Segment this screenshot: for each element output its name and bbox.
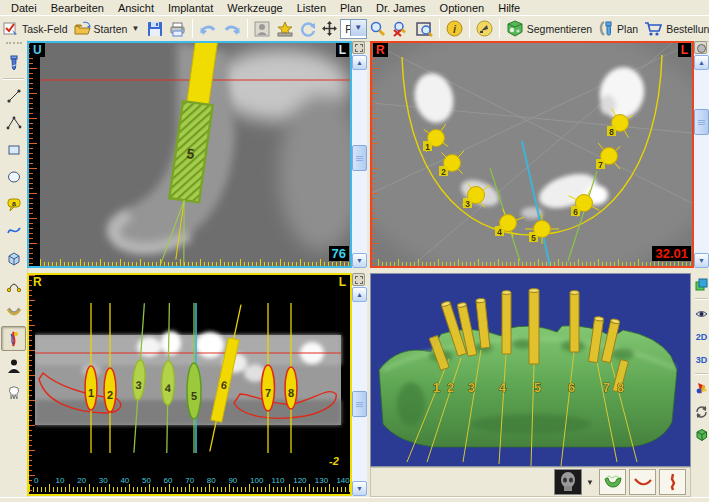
profile-curve-tool-button[interactable] [1, 218, 26, 243]
scroll-thumb[interactable] [352, 145, 367, 171]
ruler-number: 140 [336, 476, 349, 485]
menu-item-optionen[interactable]: Optionen [433, 2, 492, 14]
orientation-label-l: L [336, 275, 349, 289]
measure-line-tool-button[interactable] [1, 83, 26, 108]
svg-text:4: 4 [165, 382, 172, 394]
cube-3d-tool-button[interactable] [1, 245, 26, 270]
panoramic-scrollbar[interactable]: ▲ ▼ [352, 273, 367, 496]
jaw-surface-button[interactable] [599, 469, 626, 495]
view-2d-button[interactable]: 2D [693, 328, 709, 345]
menu-item-hilfe[interactable]: Hilfe [491, 2, 527, 14]
scroll-thumb[interactable] [694, 109, 709, 135]
volume-cube-button[interactable] [693, 426, 709, 443]
starten-button[interactable]: Starten▼ [71, 18, 145, 40]
menu-item-ansicht[interactable]: Ansicht [111, 2, 161, 14]
zoom-button[interactable] [367, 18, 389, 40]
jaw-tool-button[interactable] [1, 299, 26, 324]
bestellung-button[interactable]: Bestellung [641, 18, 709, 40]
cross-section-scrollbar[interactable]: ▲ ▼ [352, 41, 367, 268]
pan-button[interactable] [319, 18, 340, 40]
viewport-3d[interactable]: 12345678 [370, 273, 691, 467]
pano-curve-button[interactable] [629, 469, 656, 495]
undo-button[interactable] [196, 18, 220, 40]
axial-image: 12345678 [372, 43, 692, 266]
left-tool-palette: a [0, 40, 28, 502]
ruler-number: 20 [77, 476, 86, 485]
implant-tool-button[interactable] [1, 50, 26, 75]
scroll-up-icon[interactable]: ▲ [352, 55, 367, 70]
rectangle-tool-button[interactable] [1, 137, 26, 162]
menu-item-implantat[interactable]: Implantat [161, 2, 220, 14]
viewport-corner-icon[interactable] [694, 41, 707, 54]
zoom-region-button[interactable] [413, 18, 436, 40]
implant-3d-label-8: 8 [617, 380, 624, 395]
svg-text:7: 7 [265, 387, 271, 399]
scroll-down-icon[interactable]: ▼ [694, 253, 709, 268]
ellipse-tool-button[interactable] [1, 164, 26, 189]
menu-item-listen[interactable]: Listen [290, 2, 333, 14]
patient-photo-button[interactable] [251, 18, 273, 40]
menu-item-dr-james[interactable]: Dr. James [369, 2, 433, 14]
report-button[interactable] [473, 18, 496, 40]
arch-tool-button[interactable] [1, 272, 26, 297]
viewport-cross-section[interactable]: 5 U L 76 [27, 41, 352, 268]
chevron-down-icon[interactable]: ▼ [586, 478, 594, 487]
menu-item-bearbeiten[interactable]: Bearbeiten [44, 2, 111, 14]
axial-scrollbar[interactable]: ▲ ▼ [694, 41, 709, 268]
save-button[interactable] [144, 18, 166, 40]
measure-line-tool-icon [6, 88, 22, 104]
favorite-button[interactable] [273, 18, 297, 40]
rotate-view-button[interactable] [297, 18, 319, 40]
tooth-tool-button[interactable] [1, 380, 26, 405]
plan-implant-icon [598, 20, 614, 38]
viewport-corner-icon[interactable] [352, 273, 365, 286]
skull-view-button[interactable] [554, 469, 582, 495]
svg-text:1: 1 [425, 142, 430, 152]
viewport-corner-icon[interactable] [352, 41, 365, 54]
viewport-layout-button[interactable] [693, 276, 709, 293]
svg-text:6: 6 [573, 207, 578, 217]
visibility-eye-button[interactable] [693, 305, 709, 322]
redo-button[interactable] [220, 18, 244, 40]
scroll-down-icon[interactable]: ▼ [352, 253, 367, 268]
nerve-marker-button[interactable] [659, 469, 686, 495]
orientation-label-l: L [678, 43, 691, 57]
implant-3d-label-4: 4 [499, 380, 507, 395]
scroll-down-icon[interactable]: ▼ [352, 481, 367, 496]
ruler-number: 0 [34, 476, 38, 485]
viewport-panoramic[interactable]: 12345678 -2 0102030405060708090100110120… [27, 273, 352, 496]
scroll-thumb[interactable] [352, 391, 367, 417]
menu-item-datei[interactable]: Datei [4, 2, 44, 14]
dental-planning-app: DateiBearbeitenAnsichtImplantatWerkzeuge… [0, 0, 709, 502]
feld-combobox[interactable]: Feld▼ [340, 19, 366, 39]
ruler-number: 80 [207, 476, 216, 485]
task-feld-button[interactable]: Task-Feld [0, 18, 71, 40]
view-3d-button[interactable]: 3D [693, 351, 709, 368]
report-icon [476, 20, 493, 37]
ellipse-tool-icon [6, 169, 22, 185]
zoom-reset-button[interactable] [389, 18, 413, 40]
scroll-up-icon[interactable]: ▲ [352, 287, 367, 302]
menu-item-plan[interactable]: Plan [333, 2, 369, 14]
nerve-tool-button[interactable] [1, 326, 26, 351]
info-button[interactable]: i [443, 18, 466, 40]
patient-tool-button[interactable] [1, 353, 26, 378]
status-bar [0, 497, 709, 502]
menu-item-werkzeuge[interactable]: Werkzeuge [220, 2, 289, 14]
nerve-tool-icon [6, 331, 22, 347]
segmentieren-button[interactable]: Segmentieren [503, 18, 595, 40]
separator [3, 78, 24, 80]
rotate-3d-button[interactable] [693, 403, 709, 420]
nerve-color-button[interactable] [693, 380, 709, 397]
slice-number: 76 [329, 246, 349, 261]
toolbar-grip [6, 42, 22, 48]
annotation-tool-button[interactable]: a [1, 191, 26, 216]
plan-button[interactable]: Plan [595, 18, 641, 40]
favorite-star-icon [276, 21, 294, 37]
scroll-up-icon[interactable]: ▲ [694, 55, 709, 70]
svg-text:3: 3 [465, 199, 470, 209]
implant-tool-icon [6, 55, 22, 71]
measure-angle-tool-button[interactable] [1, 110, 26, 135]
print-button[interactable] [166, 18, 189, 40]
viewport-axial[interactable]: 12345678 R L 32.01 [370, 41, 694, 268]
